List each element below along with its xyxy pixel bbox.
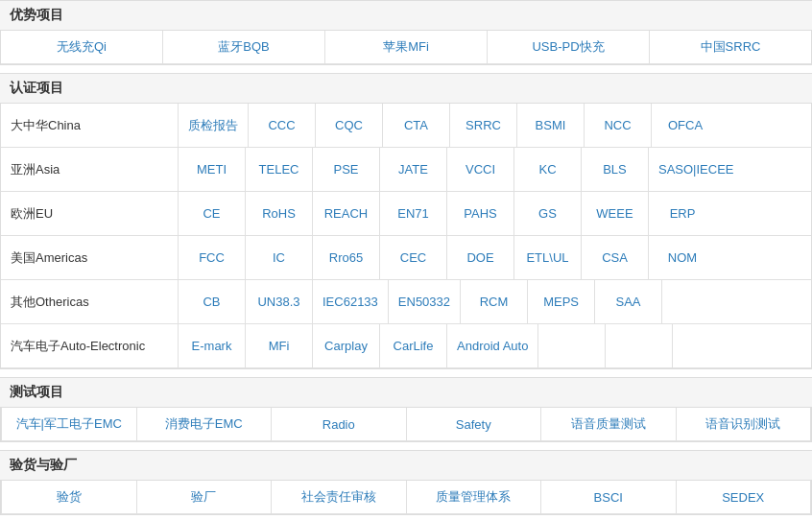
inspection-item-1[interactable]: 验厂 xyxy=(137,481,273,513)
cert-cell-3-0[interactable]: FCC xyxy=(179,236,246,279)
cert-cell-0-3[interactable]: CTA xyxy=(383,104,450,147)
certification-header: 认证项目 xyxy=(0,73,812,104)
cert-cell-4-1[interactable]: UN38.3 xyxy=(246,280,313,323)
cert-cell-3-6[interactable]: CSA xyxy=(582,236,649,279)
cert-cell-1-5[interactable]: KC xyxy=(514,148,582,191)
cert-cell-1-0[interactable]: METI xyxy=(179,148,246,191)
cert-cell-1-7[interactable]: SASO|IECEE xyxy=(649,148,744,191)
testing-item-0[interactable]: 汽车|军工电子EMC xyxy=(2,408,137,440)
inspection-item-3[interactable]: 质量管理体系 xyxy=(407,481,542,513)
advantage-item-2[interactable]: 苹果MFi xyxy=(325,31,488,63)
cert-cell-0-6[interactable]: NCC xyxy=(585,104,652,147)
cert-row-label-2: 欧洲EU xyxy=(1,192,179,235)
cert-row-label-4: 其他Othericas xyxy=(1,280,179,323)
cert-cell-2-7[interactable]: ERP xyxy=(649,192,716,235)
cert-row-label-5: 汽车电子Auto-Electronic xyxy=(1,324,179,367)
testing-item-4[interactable]: 语音质量测试 xyxy=(541,408,677,440)
cert-cell-5-2[interactable]: Carplay xyxy=(313,324,380,367)
testing-item-1[interactable]: 消费电子EMC xyxy=(137,408,273,440)
cert-row-5: 汽车电子Auto-ElectronicE-markMFiCarplayCarLi… xyxy=(1,324,811,368)
cert-cell-3-2[interactable]: Rro65 xyxy=(313,236,380,279)
cert-row-label-3: 美国Americas xyxy=(1,236,179,279)
inspection-item-2[interactable]: 社会责任审核 xyxy=(272,481,407,513)
cert-cell-0-5[interactable]: BSMI xyxy=(517,104,585,147)
cert-cell-4-4[interactable]: RCM xyxy=(461,280,528,323)
cert-cell-5-6 xyxy=(606,324,673,367)
cert-cell-3-4[interactable]: DOE xyxy=(447,236,514,279)
cert-cell-5-0[interactable]: E-mark xyxy=(179,324,246,367)
cert-cell-4-5[interactable]: MEPS xyxy=(528,280,595,323)
cert-cell-4-0[interactable]: CB xyxy=(179,280,246,323)
advantage-item-0[interactable]: 无线充Qi xyxy=(1,31,163,63)
cert-cell-2-2[interactable]: REACH xyxy=(313,192,380,235)
cert-cell-5-4[interactable]: Android Auto xyxy=(447,324,538,367)
cert-cell-3-1[interactable]: IC xyxy=(246,236,313,279)
cert-cell-2-4[interactable]: PAHS xyxy=(447,192,514,235)
cert-cell-2-5[interactable]: GS xyxy=(514,192,582,235)
testing-item-2[interactable]: Radio xyxy=(272,408,407,440)
cert-cell-3-7[interactable]: NOM xyxy=(649,236,716,279)
cert-row-label-0: 大中华China xyxy=(1,104,179,147)
advantage-item-1[interactable]: 蓝牙BQB xyxy=(163,31,325,63)
advantage-item-3[interactable]: USB-PD快充 xyxy=(488,31,650,63)
testing-item-5[interactable]: 语音识别测试 xyxy=(677,408,811,440)
cert-cell-2-0[interactable]: CE xyxy=(179,192,246,235)
cert-cell-1-2[interactable]: PSE xyxy=(313,148,380,191)
cert-cell-5-5 xyxy=(538,324,606,367)
cert-row-label-1: 亚洲Asia xyxy=(1,148,179,191)
cert-cell-1-4[interactable]: VCCI xyxy=(447,148,514,191)
cert-cell-0-7[interactable]: OFCA xyxy=(652,104,719,147)
cert-row-0: 大中华China质检报告CCCCQCCTASRRCBSMINCCOFCA xyxy=(1,104,811,148)
testing-item-3[interactable]: Safety xyxy=(407,408,542,440)
advantages-row: 无线充Qi蓝牙BQB苹果MFiUSB-PD快充中国SRRC xyxy=(1,31,811,64)
testing-row: 汽车|军工电子EMC消费电子EMCRadioSafety语音质量测试语音识别测试 xyxy=(1,408,811,441)
inspection-header: 验货与验厂 xyxy=(0,450,812,481)
cert-cell-4-2[interactable]: IEC62133 xyxy=(313,280,389,323)
cert-cell-4-7 xyxy=(662,280,729,323)
cert-row-1: 亚洲AsiaMETITELECPSEJATEVCCIKCBLSSASO|IECE… xyxy=(1,148,811,192)
cert-cell-5-1[interactable]: MFi xyxy=(246,324,313,367)
cert-cell-3-3[interactable]: CEC xyxy=(380,236,447,279)
cert-cell-2-6[interactable]: WEEE xyxy=(582,192,649,235)
cert-cell-0-4[interactable]: SRRC xyxy=(450,104,517,147)
cert-cell-1-3[interactable]: JATE xyxy=(380,148,447,191)
cert-cell-2-3[interactable]: EN71 xyxy=(380,192,447,235)
cert-cell-1-6[interactable]: BLS xyxy=(582,148,649,191)
inspection-row: 验货验厂社会责任审核质量管理体系BSCISEDEX xyxy=(1,481,811,514)
cert-cell-0-0[interactable]: 质检报告 xyxy=(179,104,249,147)
advantages-header: 优势项目 xyxy=(0,0,812,31)
cert-cell-4-6[interactable]: SAA xyxy=(595,280,662,323)
inspection-item-5[interactable]: SEDEX xyxy=(677,481,811,513)
cert-cell-0-2[interactable]: CQC xyxy=(316,104,383,147)
inspection-item-0[interactable]: 验货 xyxy=(2,481,137,513)
cert-cell-3-5[interactable]: ETL\UL xyxy=(514,236,582,279)
cert-cell-5-7 xyxy=(673,324,740,367)
cert-cell-0-1[interactable]: CCC xyxy=(249,104,316,147)
inspection-item-4[interactable]: BSCI xyxy=(541,481,677,513)
advantage-item-4[interactable]: 中国SRRC xyxy=(650,31,811,63)
cert-cell-5-3[interactable]: CarLife xyxy=(380,324,447,367)
cert-row-3: 美国AmericasFCCICRro65CECDOEETL\ULCSANOM xyxy=(1,236,811,280)
cert-cell-2-1[interactable]: RoHS xyxy=(246,192,313,235)
cert-row-4: 其他OthericasCBUN38.3IEC62133EN50332RCMMEP… xyxy=(1,280,811,324)
testing-header: 测试项目 xyxy=(0,377,812,408)
cert-cell-4-3[interactable]: EN50332 xyxy=(389,280,461,323)
cert-row-2: 欧洲EUCERoHSREACHEN71PAHSGSWEEEERP xyxy=(1,192,811,236)
cert-cell-1-1[interactable]: TELEC xyxy=(246,148,313,191)
